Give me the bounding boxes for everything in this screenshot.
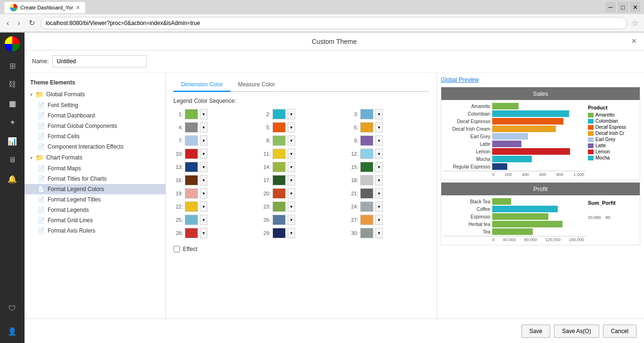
color-swatch-9[interactable] bbox=[360, 135, 373, 146]
tree-item-font-setting[interactable]: 📄 Font Setting bbox=[25, 100, 165, 110]
global-preview-link[interactable]: Global Preview bbox=[441, 76, 640, 83]
color-dropdown-14[interactable]: ▼ bbox=[288, 162, 295, 172]
color-dropdown-1[interactable]: ▼ bbox=[200, 109, 207, 119]
color-dropdown-18[interactable]: ▼ bbox=[375, 175, 383, 185]
color-dropdown-28[interactable]: ▼ bbox=[200, 228, 207, 238]
color-swatch-19[interactable] bbox=[185, 188, 198, 199]
color-swatch-12[interactable] bbox=[360, 149, 373, 159]
color-dropdown-8[interactable]: ▼ bbox=[288, 135, 295, 146]
save-button[interactable]: Save bbox=[521, 325, 550, 338]
sidebar-icon-dashboard[interactable]: ▦ bbox=[4, 95, 21, 112]
color-swatch-3[interactable] bbox=[360, 109, 373, 119]
dialog-close-btn[interactable]: × bbox=[631, 36, 636, 46]
color-dropdown-24[interactable]: ▼ bbox=[375, 201, 383, 212]
sidebar-icon-link[interactable]: ⛓ bbox=[4, 76, 21, 93]
color-swatch-11[interactable] bbox=[272, 149, 286, 159]
color-swatch-28[interactable] bbox=[185, 228, 198, 238]
color-swatch-6[interactable] bbox=[360, 122, 373, 133]
sidebar-icon-monitor[interactable]: 🖥 bbox=[4, 151, 21, 168]
tab-dimension-color[interactable]: Dimension Color bbox=[173, 78, 231, 92]
color-swatch-13[interactable] bbox=[185, 162, 198, 172]
color-dropdown-16[interactable]: ▼ bbox=[200, 175, 207, 185]
color-swatch-27[interactable] bbox=[360, 215, 373, 225]
color-dropdown-2[interactable]: ▼ bbox=[288, 109, 295, 119]
color-swatch-23[interactable] bbox=[272, 201, 286, 212]
sidebar-icon-star[interactable]: ✦ bbox=[4, 114, 21, 131]
color-swatch-20[interactable] bbox=[272, 188, 286, 199]
color-dropdown-22[interactable]: ▼ bbox=[200, 201, 207, 212]
color-dropdown-15[interactable]: ▼ bbox=[375, 162, 383, 172]
sidebar-icon-shield[interactable]: 🛡 bbox=[4, 300, 21, 317]
url-bar[interactable] bbox=[41, 17, 627, 29]
color-dropdown-13[interactable]: ▼ bbox=[200, 162, 207, 172]
color-swatch-22[interactable] bbox=[185, 201, 198, 212]
tab-measure-color[interactable]: Measure Color bbox=[231, 78, 283, 92]
folder-chart-formats[interactable]: ▾ 📁 Chart Formats bbox=[25, 152, 165, 163]
bookmark-icon[interactable]: ☆ bbox=[630, 18, 640, 27]
tree-item-format-maps[interactable]: 📄 Format Maps bbox=[25, 163, 165, 174]
color-dropdown-7[interactable]: ▼ bbox=[200, 135, 207, 146]
color-swatch-26[interactable] bbox=[272, 215, 286, 225]
maximize-btn[interactable]: □ bbox=[618, 2, 628, 12]
back-btn[interactable]: ‹ bbox=[4, 18, 12, 28]
color-swatch-14[interactable] bbox=[272, 162, 286, 172]
color-dropdown-29[interactable]: ▼ bbox=[288, 228, 295, 238]
color-swatch-24[interactable] bbox=[360, 201, 373, 212]
sidebar-icon-user[interactable]: 👤 bbox=[4, 323, 21, 340]
sidebar-icon-bell[interactable]: 🔔 bbox=[4, 170, 21, 187]
color-swatch-25[interactable] bbox=[185, 215, 198, 225]
color-swatch-16[interactable] bbox=[185, 175, 198, 185]
tree-item-format-dashboard[interactable]: 📄 Format Dashboard bbox=[25, 110, 165, 121]
effect-checkbox[interactable] bbox=[173, 246, 180, 252]
tab-close-icon[interactable]: × bbox=[76, 4, 80, 11]
color-dropdown-20[interactable]: ▼ bbox=[288, 188, 295, 199]
color-swatch-29[interactable] bbox=[272, 228, 286, 238]
color-dropdown-26[interactable]: ▼ bbox=[288, 215, 295, 225]
folder-global-formats[interactable]: ▾ 📁 Global Formats bbox=[25, 89, 165, 100]
tree-item-format-cells[interactable]: 📄 Format Cells bbox=[25, 131, 165, 142]
browser-tab[interactable]: Create Dashboard_Yor × bbox=[4, 1, 86, 13]
tree-item-component-interaction[interactable]: 📄 Component Interaction Effects bbox=[25, 142, 165, 152]
color-dropdown-25[interactable]: ▼ bbox=[200, 215, 207, 225]
color-dropdown-11[interactable]: ▼ bbox=[288, 149, 295, 159]
color-dropdown-10[interactable]: ▼ bbox=[200, 149, 207, 159]
color-dropdown-17[interactable]: ▼ bbox=[288, 175, 295, 185]
color-dropdown-12[interactable]: ▼ bbox=[375, 149, 383, 159]
name-input[interactable] bbox=[52, 55, 147, 67]
forward-btn[interactable]: › bbox=[15, 18, 23, 28]
color-dropdown-21[interactable]: ▼ bbox=[375, 188, 383, 199]
sidebar-icon-home[interactable]: ⊞ bbox=[4, 57, 21, 74]
color-swatch-1[interactable] bbox=[185, 109, 198, 119]
color-dropdown-30[interactable]: ▼ bbox=[375, 228, 383, 238]
tree-item-format-global-components[interactable]: 📄 Format Global Components bbox=[25, 121, 165, 131]
color-swatch-10[interactable] bbox=[185, 149, 198, 159]
color-dropdown-4[interactable]: ▼ bbox=[200, 122, 207, 133]
color-dropdown-9[interactable]: ▼ bbox=[375, 135, 383, 146]
minimize-btn[interactable]: ─ bbox=[605, 2, 616, 12]
color-swatch-17[interactable] bbox=[272, 175, 286, 185]
color-dropdown-3[interactable]: ▼ bbox=[375, 109, 383, 119]
color-swatch-15[interactable] bbox=[360, 162, 373, 172]
color-swatch-2[interactable] bbox=[272, 109, 286, 119]
color-swatch-18[interactable] bbox=[360, 175, 373, 185]
tree-item-format-legend-titles[interactable]: 📄 Format Legend Titles bbox=[25, 194, 165, 205]
color-swatch-5[interactable] bbox=[272, 122, 286, 133]
sidebar-icon-chart[interactable]: 📊 bbox=[4, 133, 21, 150]
color-swatch-21[interactable] bbox=[360, 188, 373, 199]
reload-btn[interactable]: ↻ bbox=[26, 17, 38, 28]
color-swatch-7[interactable] bbox=[185, 135, 198, 146]
color-dropdown-23[interactable]: ▼ bbox=[288, 201, 295, 212]
color-dropdown-27[interactable]: ▼ bbox=[375, 215, 383, 225]
save-as-button[interactable]: Save As(O) bbox=[554, 325, 599, 338]
cancel-button[interactable]: Cancel bbox=[603, 325, 636, 338]
color-dropdown-19[interactable]: ▼ bbox=[200, 188, 207, 199]
tree-item-format-legends[interactable]: 📄 Format Legends bbox=[25, 205, 165, 215]
color-dropdown-6[interactable]: ▼ bbox=[375, 122, 383, 133]
tree-item-format-grid-lines[interactable]: 📄 Format Grid Lines bbox=[25, 215, 165, 226]
tree-item-format-titles[interactable]: 📄 Format Titles for Charts bbox=[25, 174, 165, 184]
close-btn[interactable]: ✕ bbox=[630, 2, 640, 12]
color-dropdown-5[interactable]: ▼ bbox=[288, 122, 295, 133]
color-swatch-4[interactable] bbox=[185, 122, 198, 133]
tree-item-format-legend-colors[interactable]: 📄 Format Legend Colors bbox=[25, 184, 165, 194]
tree-item-format-axis-rulers[interactable]: 📄 Format Axis Rulers bbox=[25, 226, 165, 236]
